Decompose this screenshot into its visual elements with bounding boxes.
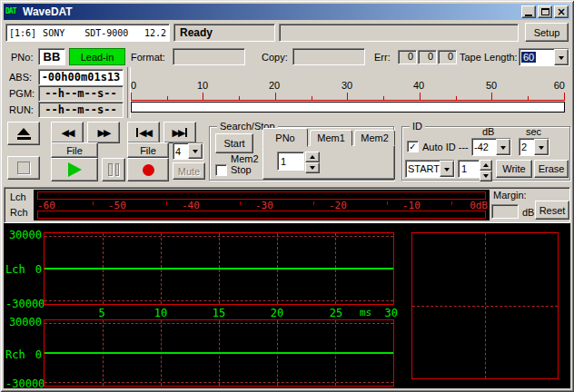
run-counter: --h--m--s-- [38,102,124,118]
chevron-down-icon [444,168,450,174]
tape-length-label: Tape Length: [460,52,518,63]
record-button[interactable] [127,158,169,181]
meter-scale-label: -30 [255,200,273,211]
eject-bar-icon [17,137,31,140]
fast-forward-button[interactable]: ▶▶ [87,122,120,143]
channel-combobox[interactable]: 4 [173,142,203,160]
tick-mark [491,93,492,100]
lch-ymin-label: -30000 [5,298,42,310]
play-button[interactable] [51,158,98,181]
margin-label: Margin: [493,190,527,201]
spin-down-button[interactable] [305,162,320,173]
tick-mark [312,96,312,100]
id-mode-dropdown-button[interactable] [440,161,454,177]
id-mode-value: START [406,162,440,175]
tick-mark [203,93,203,100]
id-group: ID dB sec ✓ Auto ID --- -42 2 START 1 Wr… [401,126,570,181]
meter-bar-rch [37,211,486,219]
spin-up-button[interactable] [305,152,320,162]
gridline [45,300,393,301]
erase-button[interactable]: Erase [534,160,569,178]
mem2-stop-checkbox[interactable] [215,164,227,176]
rewind-button[interactable]: ◀◀ [51,122,84,143]
auto-id-checkbox[interactable]: ✓ [407,141,419,152]
channel-value: 4 [173,145,188,158]
tab-pno[interactable]: PNo [262,128,308,147]
id-sec-dropdown-button[interactable] [534,139,549,155]
tape-tick-label: 30 [341,80,352,91]
tape-tick-label: 20 [269,80,280,91]
write-button[interactable]: Write [496,160,532,178]
id-mode-combobox[interactable]: START [405,160,455,178]
skip-forward-button[interactable]: ▶▶ [163,122,196,143]
search-pno-input[interactable]: 1 [277,152,304,171]
rch-ymin-label: -30000 [5,377,42,390]
pause-button[interactable] [102,158,125,181]
tick-mark [456,96,457,100]
tab-mem1[interactable]: Mem1 [310,130,352,146]
spin-down-button[interactable] [480,171,492,181]
tab-pno-label: PNo [275,132,294,143]
margin-reset-button[interactable]: Reset [535,201,569,220]
channel-dropdown-button[interactable] [188,143,203,159]
tape-tick-label: 0 [131,80,136,91]
setup-button[interactable]: Setup [525,23,569,42]
tape-length-combobox[interactable]: 60 [519,48,569,66]
x-tick-label: 20 [271,307,283,319]
spin-up-button[interactable] [480,160,492,171]
dat-app-icon: DAT [5,5,20,18]
pause-icon [115,163,120,176]
skip-back-button[interactable]: ◀◀ [127,122,160,143]
tick-mark [131,93,132,100]
search-start-button[interactable]: Start [215,133,253,153]
err-value-3: 0 [448,51,453,62]
tick-mark [451,201,452,205]
id-sec-combobox[interactable]: 2 [519,138,549,156]
stop-button[interactable] [7,156,40,180]
tick-mark [387,201,388,205]
format-field [173,48,245,65]
pgm-label: PGM: [9,88,35,99]
lch-waveform-chart [44,232,394,305]
format-label: Format: [131,52,165,63]
deck-status-text: Ready [180,26,213,39]
maximize-button[interactable] [538,5,552,18]
titlebar[interactable]: DAT WaveDAT × [4,4,570,20]
meter-rch-label: Rch [10,207,28,218]
chevron-up-icon [310,152,315,159]
tab-mem1-label: Mem1 [317,132,345,143]
id-level-combobox[interactable]: -42 [471,138,511,156]
skip-forward-bar-icon [185,128,187,137]
chevron-down-icon [500,146,506,152]
id-sec-value: 2 [520,141,534,153]
close-button[interactable]: × [554,5,569,18]
eject-button[interactable] [7,122,40,145]
x-tick-label: 5 [98,307,104,319]
file-record-button[interactable]: File [127,142,169,158]
margin-db-label: dB [522,207,534,218]
meter-scale-label: 0dB [470,200,488,211]
lch-zero-label: 0 [35,263,42,276]
search-stop-group: Search/Stop Start PNo Mem1 Mem2 1 Mem2 S… [209,126,394,181]
minimize-button[interactable] [521,5,536,18]
search-pno-value: 1 [281,156,286,167]
mute-button[interactable]: Mute [173,162,205,180]
id-level-dropdown-button[interactable] [496,139,510,155]
rch-zero-label: 0 [35,348,42,361]
meter-panel: Lch Rch -60 -50 -40 -30 -20 -10 0dB Marg… [4,187,570,223]
mem2-stop-label-line2: Stop [231,164,252,175]
abs-label: ABS: [9,72,32,83]
mem2-stop-label-line1: Mem2 [231,153,259,164]
file-play-button[interactable]: File [51,142,98,158]
tape-scale-ticks [131,91,565,101]
fast-forward-icon: ▶▶ [98,127,110,139]
meter-scale-label: -40 [182,200,200,211]
skip-back-bar-icon [136,128,138,137]
x-tick-label: 15 [213,307,225,319]
err-value-2: 0 [428,51,433,62]
id-count-input[interactable]: 1 [458,160,480,178]
tape-length-dropdown-button[interactable] [554,49,569,65]
tab-mem2[interactable]: Mem2 [354,130,395,146]
waveform-x-axis: 5 10 15 20 25 ms 30 [44,307,394,318]
tick-mark [564,93,565,100]
